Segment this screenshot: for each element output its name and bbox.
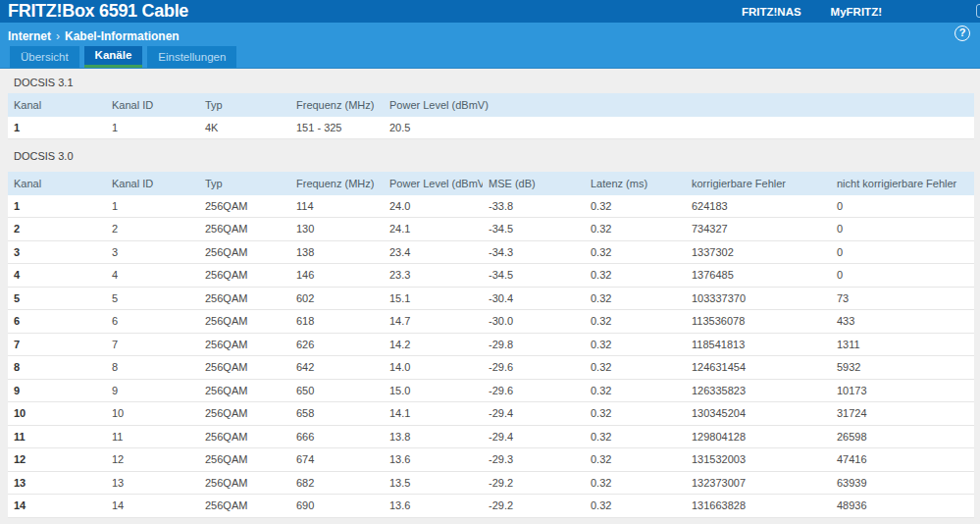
table-cell: 3 bbox=[8, 241, 106, 265]
table-cell: 151 - 325 bbox=[290, 117, 384, 140]
table-header-row: KanalKanal IDTypFrequenz (MHz)Power Leve… bbox=[8, 172, 974, 195]
fritzbox-ui: FRITZ!Box 6591 Cable FRITZ!NAS MyFRITZ! … bbox=[0, 0, 980, 524]
fritznas-link[interactable]: FRITZ!NAS bbox=[742, 6, 801, 18]
column-header: Kanal ID bbox=[106, 172, 199, 195]
column-header: Typ bbox=[199, 172, 290, 195]
table-cell: 650 bbox=[290, 380, 384, 403]
table-cell: 12 bbox=[106, 448, 199, 472]
table-cell: 0.32 bbox=[585, 241, 686, 265]
table-cell: 63939 bbox=[831, 472, 974, 496]
table-cell: 256QAM bbox=[199, 334, 290, 357]
column-header: MSE (dB) bbox=[483, 172, 585, 195]
table-row: 33256QAM13823.4-34.30.3213373020 bbox=[8, 241, 974, 265]
tab-einstellungen[interactable]: Einstellungen bbox=[147, 46, 236, 68]
table-cell: 103337370 bbox=[686, 288, 831, 311]
table-cell: 0.32 bbox=[585, 310, 686, 334]
table-cell: 1376485 bbox=[686, 264, 831, 288]
table-cell: 0.32 bbox=[585, 356, 686, 380]
table-cell: 0.32 bbox=[585, 472, 686, 496]
table-cell: 0 bbox=[831, 241, 974, 265]
table-cell: 138 bbox=[290, 241, 384, 265]
table-cell: 5 bbox=[106, 288, 199, 311]
table-cell: 9 bbox=[106, 380, 199, 403]
table-cell: 7 bbox=[8, 334, 106, 357]
tab-bar: Übersicht Kanäle Einstellungen bbox=[10, 46, 236, 68]
table-row: 11256QAM11424.0-33.80.326241830 bbox=[8, 195, 974, 219]
table-cell: 1 bbox=[106, 117, 199, 140]
table-cell: -29.2 bbox=[483, 472, 585, 496]
table-cell: 130345204 bbox=[686, 402, 831, 426]
table-cell: 23.4 bbox=[384, 241, 483, 265]
column-header: nicht korrigierbare Fehler bbox=[831, 172, 974, 195]
table-row: 1212256QAM67413.6-29.30.3213153200347416 bbox=[8, 448, 974, 472]
table-cell: 0.32 bbox=[585, 426, 686, 449]
table-row: 22256QAM13024.1-34.50.327343270 bbox=[8, 218, 974, 241]
docsis31-section-title: DOCSIS 3.1 bbox=[0, 69, 980, 93]
table-cell: 4 bbox=[106, 264, 199, 288]
tab-kanaele[interactable]: Kanäle bbox=[84, 46, 143, 68]
table-cell: 256QAM bbox=[199, 426, 290, 449]
table-row: 88256QAM64214.0-29.60.321246314545932 bbox=[8, 356, 974, 380]
myfritz-link[interactable]: MyFRITZ! bbox=[831, 6, 882, 18]
table-cell: 11 bbox=[8, 426, 106, 449]
tab-uebersicht[interactable]: Übersicht bbox=[10, 46, 79, 68]
docsis30-table: KanalKanal IDTypFrequenz (MHz)Power Leve… bbox=[8, 172, 974, 518]
table-cell: 256QAM bbox=[199, 310, 290, 334]
table-cell: 14.2 bbox=[384, 334, 483, 357]
table-cell: -33.8 bbox=[483, 195, 585, 219]
table-header-row: KanalKanal IDTypFrequenz (MHz)Power Leve… bbox=[8, 93, 974, 117]
table-cell: -30.0 bbox=[483, 310, 585, 334]
table-cell: 0.32 bbox=[585, 334, 686, 357]
table-cell: 0.32 bbox=[585, 218, 686, 241]
table-row: 114K151 - 32520.5 bbox=[8, 117, 974, 140]
table-cell: 13.6 bbox=[384, 495, 483, 518]
docsis30-section-title: DOCSIS 3.0 bbox=[0, 139, 980, 172]
table-cell: 256QAM bbox=[199, 288, 290, 311]
table-cell: 130 bbox=[290, 218, 384, 241]
table-cell: 1 bbox=[8, 195, 106, 219]
table-cell: 2 bbox=[8, 218, 106, 241]
table-cell: 626 bbox=[290, 334, 384, 357]
table-cell: 14.0 bbox=[384, 356, 483, 380]
table-cell: 1337302 bbox=[686, 241, 831, 265]
table-cell: 256QAM bbox=[199, 195, 290, 219]
table-cell: 10 bbox=[8, 402, 106, 426]
table-cell: 8 bbox=[8, 356, 106, 380]
table-cell: 624183 bbox=[686, 195, 831, 219]
table-cell: 13 bbox=[8, 472, 106, 496]
table-cell: 674 bbox=[290, 448, 384, 472]
table-cell: 602 bbox=[290, 288, 384, 311]
table-cell: 131663828 bbox=[686, 495, 831, 518]
breadcrumb: Internet›Kabel-Informationen bbox=[0, 23, 980, 43]
menu-icon[interactable] bbox=[976, 4, 980, 18]
table-cell: 642 bbox=[290, 356, 384, 380]
column-header: Frequenz (MHz) bbox=[290, 93, 384, 117]
table-cell: 1 bbox=[106, 195, 199, 219]
table-cell: 126335823 bbox=[686, 380, 831, 403]
breadcrumb-internet[interactable]: Internet bbox=[8, 29, 51, 43]
table-cell: 256QAM bbox=[199, 218, 290, 241]
table-cell: 5932 bbox=[831, 356, 974, 380]
table-row: 1111256QAM66613.8-29.40.3212980412826598 bbox=[8, 426, 974, 449]
table-cell: 0.32 bbox=[585, 402, 686, 426]
table-cell: 13 bbox=[106, 472, 199, 496]
table-cell: 26598 bbox=[831, 426, 974, 449]
help-icon[interactable]: ? bbox=[954, 26, 970, 41]
table-cell: -29.8 bbox=[483, 334, 585, 357]
table-cell: 13.5 bbox=[384, 472, 483, 496]
table-cell: 124631454 bbox=[686, 356, 831, 380]
table-cell: 132373007 bbox=[686, 472, 831, 496]
table-cell: 256QAM bbox=[199, 402, 290, 426]
table-cell: 0.32 bbox=[585, 495, 686, 518]
top-header-bar: FRITZ!Box 6591 Cable FRITZ!NAS MyFRITZ! bbox=[0, 0, 980, 23]
table-cell: 10173 bbox=[831, 380, 974, 403]
table-cell: 118541813 bbox=[686, 334, 831, 357]
table-cell: 129804128 bbox=[686, 426, 831, 449]
column-header: Kanal bbox=[8, 93, 106, 117]
table-cell: 3 bbox=[106, 241, 199, 265]
table-cell: 256QAM bbox=[199, 380, 290, 403]
table-cell: 256QAM bbox=[199, 241, 290, 265]
table-cell: -29.6 bbox=[483, 356, 585, 380]
table-cell: 14.1 bbox=[384, 402, 483, 426]
table-cell: -34.5 bbox=[483, 264, 585, 288]
